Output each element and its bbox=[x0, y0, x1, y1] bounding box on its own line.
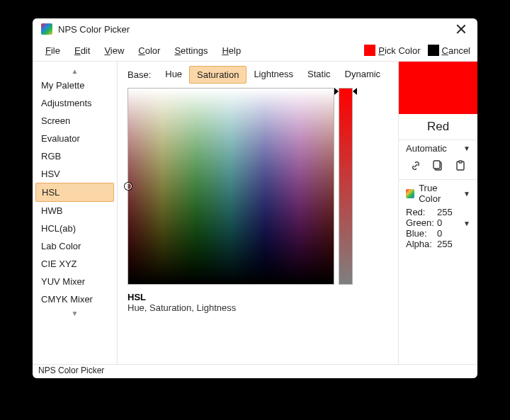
menu-file[interactable]: File bbox=[40, 42, 66, 59]
tab-hue[interactable]: Hue bbox=[158, 66, 189, 84]
menu-settings[interactable]: Settings bbox=[169, 42, 213, 59]
menu-edit[interactable]: Edit bbox=[69, 42, 96, 59]
channel-value: 255 bbox=[437, 207, 453, 217]
model-acronym: HSL bbox=[128, 292, 146, 302]
app-icon bbox=[41, 23, 52, 35]
sidebar-item-adjustments[interactable]: Adjustments bbox=[35, 94, 114, 112]
field-cursor-icon bbox=[125, 183, 132, 190]
mode-label: Automatic bbox=[406, 143, 447, 154]
center-panel: Base: HueSaturationLightnessStaticDynami… bbox=[118, 62, 398, 364]
tab-saturation[interactable]: Saturation bbox=[189, 66, 246, 84]
svg-rect-3 bbox=[459, 161, 462, 163]
sidebar-list: My PaletteAdjustmentsScreenEvaluatorRGBH… bbox=[34, 76, 115, 308]
color-name: Red bbox=[399, 114, 477, 138]
sidebar-item-cmyk-mixer[interactable]: CMYK Mixer bbox=[35, 290, 114, 308]
sidebar-item-my-palette[interactable]: My Palette bbox=[35, 76, 114, 94]
sidebar-item-cie-xyz[interactable]: CIE XYZ bbox=[35, 255, 114, 273]
tab-dynamic[interactable]: Dynamic bbox=[338, 66, 388, 84]
pick-color-button[interactable]: Pick Color bbox=[364, 45, 420, 56]
channel-readout[interactable]: ▼ Red:255Green:0Blue:0Alpha:255 bbox=[399, 205, 477, 249]
link-icon[interactable] bbox=[409, 159, 422, 172]
sidebar-item-hwb[interactable]: HWB bbox=[35, 202, 114, 220]
copy-icon[interactable] bbox=[431, 159, 444, 172]
model-fullname: Hue, Saturation, Lightness bbox=[128, 302, 236, 313]
sidebar-item-hsl[interactable]: HSL bbox=[35, 183, 114, 202]
channel-key: Red: bbox=[406, 207, 437, 217]
sidebar-item-hcl-ab-[interactable]: HCL(ab) bbox=[35, 220, 114, 237]
tab-static[interactable]: Static bbox=[300, 66, 338, 84]
chevron-down-icon: ▼ bbox=[463, 144, 470, 152]
sidebar-item-lab-color[interactable]: Lab Color bbox=[35, 237, 114, 255]
close-button[interactable] bbox=[456, 24, 466, 34]
sidebar-item-rgb[interactable]: RGB bbox=[35, 147, 114, 165]
window-title: NPS Color Picker bbox=[58, 24, 130, 35]
sidebar: ▲ My PaletteAdjustmentsScreenEvaluatorRG… bbox=[33, 62, 118, 364]
preview-panel: Red Automatic ▼ True Color bbox=[398, 62, 477, 364]
channel-value: 255 bbox=[437, 239, 453, 249]
color-field[interactable] bbox=[128, 88, 334, 285]
channel-key: Blue: bbox=[406, 228, 437, 239]
channel-value: 0 bbox=[437, 217, 442, 228]
saturation-slider[interactable] bbox=[339, 88, 353, 285]
menubar: File Edit View Color Settings Help Pick … bbox=[33, 40, 477, 61]
pick-color-swatch bbox=[364, 45, 375, 56]
base-label: Base: bbox=[128, 67, 158, 83]
mode-dropdown[interactable]: Automatic ▼ bbox=[399, 142, 477, 155]
menu-view[interactable]: View bbox=[98, 42, 130, 59]
channel-value: 0 bbox=[437, 228, 442, 239]
paste-icon[interactable] bbox=[454, 159, 467, 172]
color-space-icon bbox=[406, 189, 414, 198]
titlebar: NPS Color Picker bbox=[33, 18, 477, 40]
sidebar-item-yuv-mixer[interactable]: YUV Mixer bbox=[35, 273, 114, 290]
chevron-down-icon: ▼ bbox=[463, 220, 470, 227]
sidebar-scroll-up[interactable]: ▲ bbox=[34, 66, 115, 76]
svg-rect-1 bbox=[434, 161, 440, 169]
model-description: HSL Hue, Saturation, Lightness bbox=[128, 292, 391, 313]
channel-key: Green: bbox=[406, 217, 437, 228]
color-preview bbox=[399, 62, 477, 114]
slider-marker-right-icon bbox=[353, 88, 357, 95]
app-window: NPS Color Picker File Edit View Color Se… bbox=[33, 18, 477, 378]
channel-key: Alpha: bbox=[406, 239, 437, 249]
menu-color[interactable]: Color bbox=[132, 42, 166, 59]
channel-row: Alpha:255 bbox=[406, 239, 470, 249]
cancel-button[interactable]: Cancel bbox=[428, 45, 470, 56]
sidebar-scroll-down[interactable]: ▼ bbox=[34, 308, 115, 319]
cancel-swatch bbox=[428, 45, 439, 56]
sidebar-item-screen[interactable]: Screen bbox=[35, 112, 114, 130]
menu-help[interactable]: Help bbox=[216, 42, 246, 59]
base-tabs: Base: HueSaturationLightnessStaticDynami… bbox=[128, 66, 391, 84]
color-space-label: True Color bbox=[419, 183, 459, 204]
tab-lightness[interactable]: Lightness bbox=[246, 66, 300, 84]
chevron-down-icon: ▼ bbox=[463, 190, 470, 198]
channel-row: Red:255 bbox=[406, 207, 470, 217]
color-space-dropdown[interactable]: True Color ▼ bbox=[399, 181, 477, 205]
slider-marker-left-icon bbox=[334, 88, 339, 95]
status-bar: NPS Color Picker bbox=[33, 364, 477, 378]
sidebar-item-evaluator[interactable]: Evaluator bbox=[35, 130, 114, 147]
channel-row: Green:0 bbox=[406, 217, 470, 228]
body: ▲ My PaletteAdjustmentsScreenEvaluatorRG… bbox=[33, 61, 477, 364]
sidebar-item-hsv[interactable]: HSV bbox=[35, 165, 114, 183]
channel-row: Blue:0 bbox=[406, 228, 470, 239]
